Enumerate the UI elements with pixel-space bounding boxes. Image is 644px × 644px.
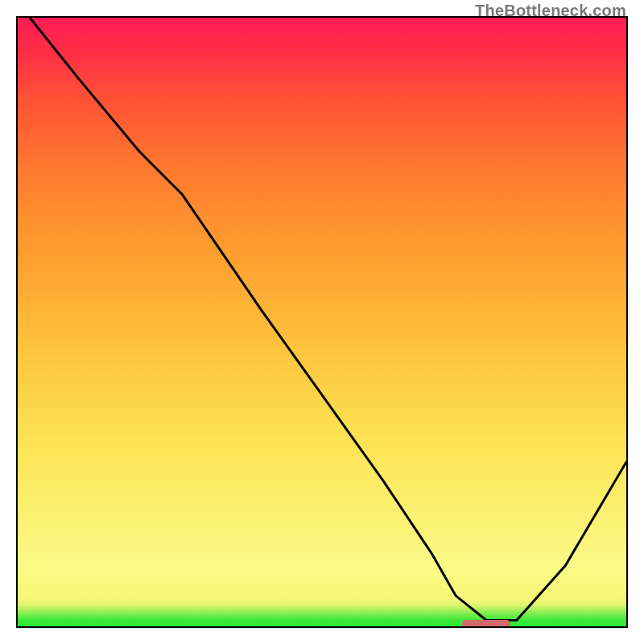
optimal-marker [462,620,510,628]
bottleneck-curve-path [30,18,626,620]
chart-container: TheBottleneck.com [0,0,644,644]
curve-svg [18,18,626,626]
plot-area [16,16,628,628]
